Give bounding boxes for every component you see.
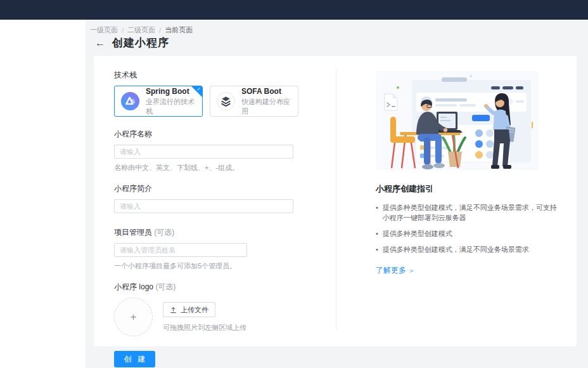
guide-bullet-text: 提供多种类型创建模式，满足不同业务场景需求，可支持小程序一键部署到云服务器	[383, 202, 561, 223]
breadcrumb-item-level2[interactable]: 二级页面	[127, 25, 155, 35]
logo-optional-tag: (可选)	[155, 282, 176, 291]
upload-side: 上传文件 可拖拽照片到左侧区域上传	[163, 298, 246, 332]
app-name-label: 小程序名称	[114, 129, 317, 140]
app-name-input[interactable]	[114, 145, 293, 159]
logo-label-text: 小程序 logo	[114, 282, 153, 291]
bullet-dot: •	[376, 244, 378, 254]
breadcrumb-item-level1[interactable]: 一级页面	[90, 25, 118, 35]
left-sidebar	[0, 20, 86, 368]
vertical-divider	[336, 70, 336, 330]
page-title: 创建小程序	[112, 36, 169, 50]
logo-label: 小程序 logo (可选)	[114, 282, 317, 292]
guide-bullet-text: 提供多种类型创建模式，满足不同业务场景需求	[383, 244, 561, 254]
guide-bullet-list: • 提供多种类型创建模式，满足不同业务场景需求，可支持小程序一键部署到云服务器 …	[376, 202, 561, 254]
admin-help: 一个小程序项目最多可添加5个管理员。	[114, 261, 317, 271]
tech-stack-option-name: SOFA Boot	[241, 87, 292, 96]
tech-stack-option-spring-boot[interactable]: Spring Boot 业界流行的技术栈 ✓	[114, 86, 203, 117]
guide-bullet: • 提供多种类型创建模式，满足不同业务场景需求，可支持小程序一键部署到云服务器	[376, 202, 561, 223]
create-button[interactable]: 创 建	[114, 351, 155, 367]
tech-stack-option-texts: SOFA Boot 快速构建分布应用	[241, 87, 292, 116]
sofa-boot-icon	[216, 91, 236, 111]
app-intro-label: 小程序简介	[114, 183, 317, 194]
check-icon: ✓	[196, 86, 201, 93]
admin-optional-tag: (可选)	[154, 228, 174, 237]
teamwork-dashboard-illustration	[376, 71, 539, 170]
learn-more-label: 了解更多	[376, 265, 406, 276]
app-intro-input[interactable]	[114, 199, 293, 213]
guide-panel: 小程序创建指引 • 提供多种类型创建模式，满足不同业务场景需求，可支持小程序一键…	[376, 71, 561, 276]
page-header: ← 创建小程序	[95, 36, 169, 50]
drag-hint: 可拖拽照片到左侧区域上传	[163, 323, 246, 332]
tech-stack-options: Spring Boot 业界流行的技术栈 ✓ SOFA Boot	[114, 86, 317, 117]
create-form: 技术栈 Spring Bo	[114, 70, 317, 367]
tech-stack-option-sofa-boot[interactable]: SOFA Boot 快速构建分布应用	[210, 86, 298, 117]
logo-upload-row: + 上传文件 可拖拽照片到左侧区域上传	[114, 298, 317, 336]
upload-icon	[170, 306, 177, 313]
breadcrumb: 一级页面 / 二级页面 / 当前页面	[90, 25, 193, 35]
plus-icon: +	[131, 311, 137, 324]
app-name-help: 名称由中文、英文、下划线、+、-组成。	[114, 163, 317, 173]
admin-label: 项目管理员 (可选)	[114, 227, 317, 238]
logo-drop-zone[interactable]: +	[114, 298, 153, 336]
breadcrumb-separator: /	[122, 27, 124, 34]
tech-stack-label: 技术栈	[114, 70, 317, 81]
spring-boot-icon	[120, 91, 140, 111]
bullet-dot: •	[376, 228, 378, 239]
admin-input[interactable]	[114, 243, 247, 257]
bullet-dot: •	[376, 202, 378, 223]
upload-file-button[interactable]: 上传文件	[163, 302, 215, 317]
breadcrumb-item-current: 当前页面	[165, 25, 193, 35]
guide-bullet: • 提供多种类型创建模式，满足不同业务场景需求	[376, 244, 561, 254]
tech-stack-option-texts: Spring Boot 业界流行的技术栈	[146, 87, 196, 116]
back-arrow-icon[interactable]: ←	[95, 38, 105, 48]
tech-stack-option-desc: 快速构建分布应用	[241, 97, 292, 116]
top-nav-bar	[0, 0, 588, 20]
illustration-svg	[376, 71, 539, 170]
admin-label-text: 项目管理员	[114, 228, 152, 237]
tech-stack-option-name: Spring Boot	[146, 87, 196, 96]
breadcrumb-separator: /	[159, 27, 161, 34]
chevron-right-icon: ＞	[408, 266, 415, 275]
guide-bullet-text: 提供多种类型创建模式	[383, 228, 561, 239]
upload-button-label: 上传文件	[181, 305, 208, 315]
form-card: 技术栈 Spring Bo	[94, 56, 577, 346]
learn-more-link[interactable]: 了解更多 ＞	[376, 265, 415, 276]
page-content: 一级页面 / 二级页面 / 当前页面 ← 创建小程序 技术栈	[86, 20, 588, 368]
guide-title: 小程序创建指引	[376, 183, 561, 195]
tech-stack-option-desc: 业界流行的技术栈	[146, 97, 196, 116]
guide-bullet: • 提供多种类型创建模式	[376, 228, 561, 239]
